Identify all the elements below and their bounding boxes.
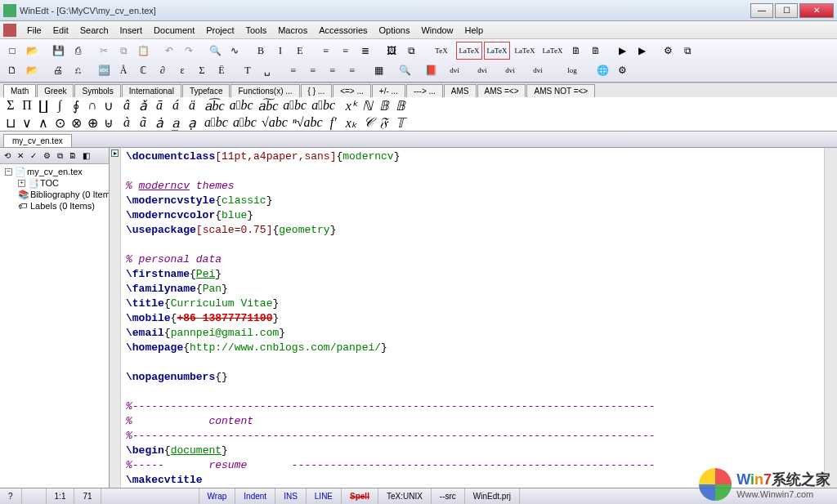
symbol[interactable]: ∮: [70, 98, 82, 114]
symbol[interactable]: a⃗bc: [283, 98, 307, 114]
paste-icon[interactable]: 📋: [134, 42, 152, 60]
folder-icon[interactable]: 📂: [23, 61, 41, 79]
view1-icon[interactable]: 🗎: [567, 42, 585, 60]
menu-file[interactable]: File: [21, 24, 47, 37]
space-icon[interactable]: ␣: [258, 61, 276, 79]
symtab-ams[interactable]: AMS: [444, 84, 477, 97]
status-help[interactable]: ?: [0, 488, 22, 504]
symbol[interactable]: a͡bc: [204, 98, 225, 114]
dvi4-icon[interactable]: dvi: [525, 61, 551, 79]
latex1-icon[interactable]: LaTeX: [456, 42, 482, 60]
close-button[interactable]: ✕: [799, 3, 834, 18]
symbol[interactable]: ∩: [87, 98, 98, 114]
settings1-icon[interactable]: ⚙: [659, 42, 677, 60]
tex-icon[interactable]: TeX: [428, 42, 454, 60]
tree-node[interactable]: 📚Bibliography (0 Items): [2, 189, 107, 200]
symbol[interactable]: 𝒞: [362, 115, 374, 131]
symbol[interactable]: a͟bc: [233, 115, 257, 130]
menu-edit[interactable]: Edit: [47, 24, 74, 37]
dvi2-icon[interactable]: dvi: [469, 61, 495, 79]
symbol[interactable]: a͜bc: [204, 115, 228, 130]
dvi1-icon[interactable]: dvi: [441, 61, 468, 79]
print-icon[interactable]: 🖨: [49, 61, 67, 79]
align1-icon[interactable]: ≡: [284, 61, 302, 79]
symbol[interactable]: 𝔹: [378, 98, 390, 114]
status-ins[interactable]: INS: [275, 488, 307, 504]
goto-icon[interactable]: ∿: [226, 42, 244, 60]
latex3-icon[interactable]: LaTeX: [512, 42, 538, 60]
itemize-icon[interactable]: ≣: [356, 42, 374, 60]
browser-icon[interactable]: 🌐: [593, 61, 611, 79]
sigma-icon[interactable]: Σ: [193, 61, 211, 79]
menu-help[interactable]: Help: [459, 24, 490, 37]
symtab-typeface[interactable]: Typeface: [182, 84, 231, 97]
gutter[interactable]: ▸: [110, 148, 121, 504]
link-icon[interactable]: ⧉: [402, 42, 420, 60]
tree-node[interactable]: +📑TOC: [2, 177, 107, 189]
text-icon[interactable]: T: [239, 61, 257, 79]
sidebar-btn-6[interactable]: ◧: [80, 150, 92, 162]
acc1-icon[interactable]: Å: [114, 61, 132, 79]
pdf-icon[interactable]: 📕: [422, 61, 440, 79]
symbol[interactable]: Π: [21, 98, 33, 114]
bullets-icon[interactable]: ≡: [317, 42, 335, 60]
symbol[interactable]: xₖ: [346, 115, 357, 131]
symbol[interactable]: ä: [186, 98, 198, 114]
sidebar-btn-2[interactable]: ✓: [28, 150, 39, 162]
symbol[interactable]: ⊎: [103, 115, 114, 131]
menu-search[interactable]: Search: [74, 24, 114, 37]
settings2-icon[interactable]: ⧉: [678, 42, 696, 60]
config-icon[interactable]: ⚙: [613, 61, 631, 79]
symbol[interactable]: ã: [137, 115, 149, 131]
symbol[interactable]: a͐bc: [311, 98, 335, 114]
undo-icon[interactable]: ↶: [160, 42, 178, 60]
status-spell[interactable]: Spell: [342, 488, 378, 504]
symtab-[interactable]: <=> ...: [333, 84, 371, 97]
new-icon[interactable]: □: [3, 42, 21, 60]
open-icon[interactable]: 📂: [23, 42, 41, 60]
sidebar-btn-3[interactable]: ⚙: [41, 150, 52, 162]
minimize-button[interactable]: —: [750, 3, 773, 18]
symtab-ams[interactable]: AMS =<>: [477, 84, 526, 97]
menu-options[interactable]: Options: [374, 24, 416, 37]
vertical-scrollbar[interactable]: [824, 148, 837, 504]
sidebar-btn-5[interactable]: 🗎: [67, 150, 78, 162]
align4-icon[interactable]: ≡: [343, 61, 361, 79]
run2-icon[interactable]: ▶: [633, 42, 651, 60]
latex4-icon[interactable]: LaTeX: [539, 42, 566, 60]
menu-window[interactable]: Window: [415, 24, 459, 37]
editor[interactable]: ▸ \documentclass[11pt,a4paper,sans]{mode…: [110, 148, 837, 504]
doc-icon[interactable]: 🗋: [3, 61, 21, 79]
symbol[interactable]: ∐: [38, 98, 49, 114]
symbol[interactable]: ā: [154, 98, 165, 114]
symbol[interactable]: 𝔹: [395, 98, 406, 114]
symbol[interactable]: ȧ: [154, 115, 165, 131]
sidebar-btn-4[interactable]: ⧉: [54, 150, 65, 162]
symbol[interactable]: ạ: [186, 115, 198, 131]
italic-button[interactable]: I: [271, 42, 289, 60]
saveall-icon[interactable]: ⎙: [69, 42, 87, 60]
acc3-icon[interactable]: ∂: [154, 61, 172, 79]
tree-node[interactable]: 🏷Labels (0 Items): [2, 200, 107, 212]
symbol[interactable]: á: [170, 98, 181, 114]
save-icon[interactable]: 💾: [49, 42, 67, 60]
log-icon[interactable]: log: [559, 61, 585, 79]
find-icon[interactable]: 🔍: [206, 42, 224, 60]
symtab-international[interactable]: International: [122, 84, 181, 97]
symtab-[interactable]: ---> ...: [406, 84, 443, 97]
sidebar-btn-0[interactable]: ⟲: [2, 150, 13, 162]
redo-icon[interactable]: ↷: [180, 42, 198, 60]
status-indent[interactable]: Indent: [235, 488, 275, 504]
symbol[interactable]: ∨: [21, 115, 33, 131]
symtab-symbols[interactable]: Symbols: [74, 84, 120, 97]
menu-insert[interactable]: Insert: [114, 24, 149, 37]
symbol[interactable]: 𝔉: [378, 115, 390, 131]
code-area[interactable]: \documentclass[11pt,a4paper,sans]{modern…: [121, 148, 824, 504]
copy-icon[interactable]: ⧉: [114, 42, 132, 60]
table-icon[interactable]: ▦: [369, 61, 387, 79]
symbol[interactable]: ⊙: [54, 115, 65, 131]
emph-button[interactable]: E: [291, 42, 309, 60]
symbol[interactable]: ℕ: [362, 98, 374, 114]
menu-accessories[interactable]: Accessories: [313, 24, 373, 37]
symtab-amsnot[interactable]: AMS NOT =<>: [526, 84, 595, 97]
